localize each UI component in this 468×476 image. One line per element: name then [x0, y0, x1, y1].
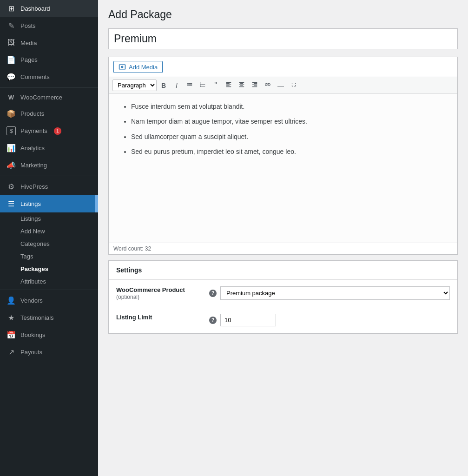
- sidebar-sub-attributes[interactable]: Attributes: [0, 275, 98, 288]
- add-media-bar: Add Media: [109, 57, 457, 77]
- settings-box: Settings WooCommerce Product (optional) …: [108, 260, 458, 334]
- bookings-icon: 📅: [7, 331, 16, 339]
- editor-bullet-4: Sed eu purus pretium, imperdiet leo sit …: [131, 146, 448, 157]
- payments-icon: $: [7, 126, 16, 135]
- comments-icon: 💬: [7, 73, 16, 81]
- sidebar-item-payments[interactable]: $ Payments 1: [0, 122, 98, 139]
- bold-button[interactable]: B: [158, 80, 170, 91]
- fullscreen-button[interactable]: [288, 80, 300, 91]
- woocommerce-product-label: WooCommerce Product (optional): [109, 280, 202, 307]
- sidebar-item-analytics[interactable]: 📊 Analytics: [0, 139, 98, 157]
- sidebar-item-woocommerce[interactable]: W WooCommerce: [0, 90, 98, 105]
- sidebar-sub-add-new[interactable]: Add New: [0, 225, 98, 238]
- blockquote-button[interactable]: ": [210, 80, 222, 91]
- page-title: Add Package: [108, 8, 458, 21]
- add-media-button[interactable]: Add Media: [113, 61, 163, 73]
- woocommerce-product-field-row: ? Premium package: [209, 286, 450, 300]
- unordered-list-button[interactable]: [184, 80, 196, 91]
- sidebar-sub-tags[interactable]: Tags: [0, 250, 98, 263]
- hivepress-icon: ⚙: [7, 182, 16, 191]
- sidebar-item-media[interactable]: 🖼 Media: [0, 34, 98, 51]
- horizontal-rule-button[interactable]: —: [275, 80, 287, 91]
- editor-wrap: Add Media Paragraph B I ": [108, 57, 458, 255]
- analytics-icon: 📊: [7, 144, 16, 152]
- editor-content[interactable]: Fusce interdum sem at volutpat blandit. …: [109, 94, 457, 243]
- products-icon: 📦: [7, 109, 16, 118]
- sidebar-item-posts[interactable]: ✎ Posts: [0, 17, 98, 34]
- editor-bullet-2: Nam tempor diam at augue tempor, vitae s…: [131, 116, 448, 126]
- title-input[interactable]: [108, 28, 458, 49]
- settings-title: Settings: [109, 261, 457, 280]
- italic-button[interactable]: I: [171, 80, 183, 91]
- editor-bullet-3: Sed ullamcorper quam a suscipit aliquet.: [131, 132, 448, 142]
- sidebar-item-pages[interactable]: 📄 Pages: [0, 51, 98, 68]
- align-right-button[interactable]: [249, 80, 261, 91]
- pages-icon: 📄: [7, 55, 16, 64]
- listings-icon: ☰: [7, 199, 16, 208]
- listing-limit-help-icon[interactable]: ?: [209, 317, 217, 324]
- link-button[interactable]: [262, 80, 274, 91]
- woocommerce-icon: W: [7, 94, 16, 101]
- payouts-icon: ↗: [7, 348, 16, 357]
- testimonials-icon: ★: [7, 313, 16, 322]
- add-media-icon: [119, 63, 126, 71]
- sidebar-item-hivepress[interactable]: ⚙ HivePress: [0, 178, 98, 195]
- main-content: Add Package Add Media Paragraph B I: [98, 0, 468, 476]
- sidebar-item-dashboard[interactable]: ⊞ Dashboard: [0, 0, 98, 17]
- sidebar-item-marketing[interactable]: 📣 Marketing: [0, 157, 98, 174]
- sidebar-item-payouts[interactable]: ↗ Payouts: [0, 344, 98, 361]
- sidebar-sub-packages[interactable]: Packages: [0, 263, 98, 275]
- paragraph-select[interactable]: Paragraph: [112, 79, 157, 91]
- woocommerce-product-select[interactable]: Premium package: [220, 286, 450, 300]
- settings-row-listing-limit: Listing Limit ?: [109, 307, 457, 333]
- settings-row-woocommerce-product: WooCommerce Product (optional) ? Premium…: [109, 280, 457, 307]
- sidebar: ⊞ Dashboard ✎ Posts 🖼 Media 📄 Pages 💬 Co…: [0, 0, 98, 476]
- listing-limit-field-row: ?: [209, 314, 450, 326]
- sidebar-item-bookings[interactable]: 📅 Bookings: [0, 326, 98, 344]
- settings-table: WooCommerce Product (optional) ? Premium…: [109, 280, 457, 333]
- listing-limit-input[interactable]: [220, 314, 276, 326]
- divider-2: [0, 176, 98, 176]
- sidebar-item-listings[interactable]: ☰ Listings: [0, 195, 98, 212]
- dashboard-icon: ⊞: [7, 4, 16, 13]
- media-icon: 🖼: [7, 39, 16, 47]
- word-count: Word count: 32: [113, 245, 151, 252]
- sidebar-sub-listings[interactable]: Listings: [0, 212, 98, 225]
- listings-arrow: [95, 195, 98, 212]
- posts-icon: ✎: [7, 21, 16, 30]
- sidebar-item-products[interactable]: 📦 Products: [0, 105, 98, 122]
- sidebar-item-comments[interactable]: 💬 Comments: [0, 68, 98, 86]
- divider-1: [0, 87, 98, 88]
- marketing-icon: 📣: [7, 161, 16, 170]
- editor-toolbar: Paragraph B I " —: [109, 77, 457, 94]
- sidebar-sub-categories[interactable]: Categories: [0, 238, 98, 250]
- payments-badge: 1: [54, 127, 61, 135]
- woocommerce-product-help-icon[interactable]: ?: [209, 290, 217, 297]
- ordered-list-button[interactable]: [197, 80, 209, 91]
- divider-3: [0, 290, 98, 290]
- word-count-bar: Word count: 32: [109, 243, 457, 254]
- editor-bullet-1: Fusce interdum sem at volutpat blandit.: [131, 101, 448, 112]
- align-left-button[interactable]: [223, 80, 235, 91]
- listing-limit-label: Listing Limit: [109, 307, 202, 333]
- sidebar-item-testimonials[interactable]: ★ Testimonials: [0, 309, 98, 326]
- vendors-icon: 👤: [7, 296, 16, 305]
- sidebar-item-vendors[interactable]: 👤 Vendors: [0, 292, 98, 309]
- align-center-button[interactable]: [236, 80, 248, 91]
